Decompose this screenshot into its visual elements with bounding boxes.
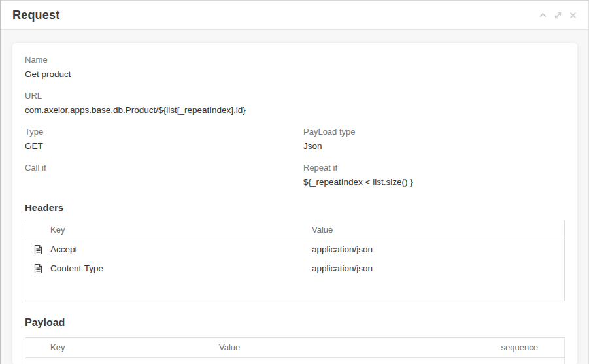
header-key-cell: Accept	[50, 240, 312, 259]
repeat-if-value: ${_repeatIndex < list.size() }	[303, 176, 565, 188]
dialog-body: Name Get product URL com.axelor.apps.bas…	[1, 30, 588, 364]
name-label: Name	[25, 55, 565, 65]
close-icon[interactable]	[567, 10, 578, 20]
headers-section-title: Headers	[25, 202, 565, 213]
header-value-cell: application/json	[312, 259, 564, 278]
maximize-icon[interactable]	[552, 10, 563, 20]
table-row[interactable]: Accept application/json	[25, 240, 564, 259]
call-if-value	[25, 176, 295, 188]
repeat-if-label: Repeat if	[303, 163, 565, 173]
call-if-label: Call if	[25, 163, 295, 173]
payload-sequence-column-header[interactable]: sequence	[453, 338, 564, 357]
dialog-controls	[537, 10, 578, 20]
collapse-icon[interactable]	[537, 10, 548, 20]
type-label: Type	[25, 127, 295, 137]
header-value-cell: application/json	[312, 240, 564, 259]
payload-table-header-row: Key Value sequence	[25, 338, 564, 357]
dialog-titlebar: Request	[1, 1, 588, 30]
document-icon[interactable]	[34, 263, 42, 276]
headers-value-column-header[interactable]: Value	[312, 220, 564, 240]
payload-icon-column-header	[25, 338, 50, 357]
dialog-title: Request	[12, 8, 59, 22]
headers-icon-column-header	[25, 220, 50, 240]
field-name: Name Get product	[25, 55, 565, 80]
field-repeat-if: Repeat if ${_repeatIndex < list.size() }	[295, 163, 565, 188]
headers-table-header-row: Key Value	[25, 220, 564, 240]
field-payload-type: PayLoad type Json	[295, 127, 565, 152]
field-url: URL com.axelor.apps.base.db.Product/${li…	[25, 91, 565, 116]
payload-value-column-header[interactable]: Value	[219, 338, 453, 357]
url-value: com.axelor.apps.base.db.Product/${list[_…	[25, 105, 565, 116]
headers-key-column-header[interactable]: Key	[50, 220, 312, 240]
document-icon[interactable]	[34, 244, 42, 257]
name-value: Get product	[25, 69, 565, 80]
type-value: GET	[25, 141, 295, 152]
payload-key-column-header[interactable]: Key	[50, 338, 219, 357]
request-form-card: Name Get product URL com.axelor.apps.bas…	[12, 43, 577, 364]
field-type: Type GET	[25, 127, 295, 152]
payload-section-title: Payload	[25, 317, 565, 329]
payload-type-value: Json	[303, 141, 565, 152]
field-call-if: Call if	[25, 163, 295, 188]
request-dialog: Request	[0, 0, 589, 364]
headers-table: Key Value	[25, 220, 565, 301]
payload-type-label: PayLoad type	[303, 127, 565, 137]
header-key-cell: Content-Type	[50, 259, 312, 278]
payload-table: Key Value sequence	[25, 337, 565, 364]
url-label: URL	[25, 91, 565, 101]
table-row[interactable]: Content-Type application/json	[25, 259, 564, 278]
